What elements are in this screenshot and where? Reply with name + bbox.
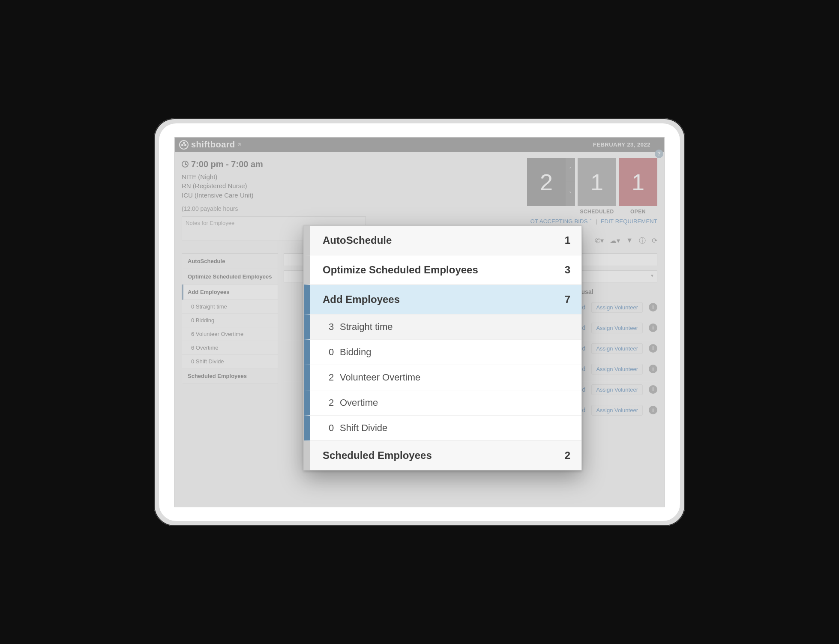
category-popover: AutoSchedule1Optimize Scheduled Employee… [303, 225, 582, 470]
app-screen: shiftboard® FEBRUARY 23, 2022 ? 7:00 pm … [174, 137, 665, 507]
stepper-down-icon[interactable]: ˅ [566, 182, 575, 206]
sidebar-item-optimize[interactable]: Optimize Scheduled Employees [182, 269, 278, 285]
header-date: FEBRUARY 23, 2022 [593, 141, 650, 148]
accepting-bids-link[interactable]: OT ACCEPTING BIDS ˅ [530, 218, 593, 225]
sidebar-sub-0-label: 0 Straight time [191, 303, 227, 310]
assign-volunteer-button[interactable]: Assign Volunteer [591, 384, 643, 395]
brand-text: shiftboard [191, 140, 235, 150]
sidebar: AutoSchedule Optimize Scheduled Employee… [182, 253, 278, 418]
sidebar-auto-label: AutoSchedule [188, 258, 225, 264]
shift-line-3: ICU (Intensive Care Unit) [182, 191, 366, 200]
counter-required: 2 ˄ ˅ [527, 158, 575, 206]
counter-required-value: 2 [540, 169, 553, 195]
brand: shiftboard® [179, 140, 241, 150]
sidebar-item-scheduled-employees[interactable]: Scheduled Employees [182, 368, 278, 384]
popover-sub-count: 2 [329, 397, 336, 408]
shift-line-2: RN (Registered Nurse) [182, 181, 366, 191]
counter-open-value: 1 [632, 169, 644, 195]
popover-row-label: AutoSchedule [323, 234, 392, 246]
cloud-icon[interactable]: ☁▾ [610, 237, 620, 246]
row-info-icon[interactable]: i [649, 344, 657, 353]
popover-row-autoschedule[interactable]: AutoSchedule1 [304, 226, 581, 255]
sidebar-sub-4-label: 0 Shift Divide [191, 358, 224, 365]
row-info-icon[interactable]: i [649, 385, 657, 394]
sidebar-item-add-employees[interactable]: Add Employees [182, 285, 278, 300]
edit-requirement-link[interactable]: EDIT REQUIREMENT [601, 218, 657, 225]
assign-volunteer-button[interactable]: Assign Volunteer [591, 302, 643, 313]
sidebar-optimize-label: Optimize Scheduled Employees [188, 273, 272, 280]
sidebar-sched-label: Scheduled Employees [188, 373, 247, 379]
popover-sub-overtime[interactable]: 2Overtime [304, 390, 581, 415]
row-info-icon[interactable]: i [649, 406, 657, 414]
popover-row-label: Add Employees [323, 294, 400, 306]
required-stepper: ˄ ˅ [566, 158, 575, 206]
popover-row-label: Optimize Scheduled Employees [323, 264, 478, 276]
topbar: shiftboard® FEBRUARY 23, 2022 ? [175, 138, 664, 152]
assign-volunteer-button[interactable]: Assign Volunteer [591, 405, 643, 416]
assign-volunteer-button[interactable]: Assign Volunteer [591, 343, 643, 354]
refresh-icon[interactable]: ⟳ [652, 237, 657, 246]
sidebar-sub-shift-divide[interactable]: 0 Shift Divide [182, 355, 278, 368]
row-info-icon[interactable]: i [649, 303, 657, 312]
popover-row-optimize-scheduled-employees[interactable]: Optimize Scheduled Employees3 [304, 255, 581, 285]
counter-scheduled: 1 SCHEDULED [578, 158, 616, 215]
popover-row-count: 7 [565, 294, 570, 306]
assign-volunteer-button[interactable]: Assign Volunteer [591, 323, 643, 333]
sidebar-add-label: Add Employees [188, 289, 230, 295]
refusal-heading: Refusal [572, 288, 657, 295]
sidebar-sub-1-label: 0 Bidding [191, 317, 214, 323]
row-info-icon[interactable]: i [649, 323, 657, 332]
popover-sub-label: Shift Divide [340, 422, 387, 434]
popover-row-add-employees[interactable]: Add Employees7 [304, 285, 581, 314]
counter-scheduled-label: SCHEDULED [578, 209, 616, 215]
header-links: OT ACCEPTING BIDS ˅ | EDIT REQUIREMENT [527, 218, 657, 225]
popover-row-scheduled-employees[interactable]: Scheduled Employees2 [304, 440, 581, 470]
popover-sub-label: Straight time [340, 321, 393, 332]
link-separator: | [596, 218, 597, 225]
popover-sub-bidding[interactable]: 0Bidding [304, 339, 581, 365]
sidebar-sub-overtime[interactable]: 6 Overtime [182, 341, 278, 355]
counter-scheduled-tile: 1 [578, 158, 616, 206]
payable-hours: (12.00 payable hours [182, 204, 366, 213]
sidebar-item-autoschedule[interactable]: AutoSchedule [182, 254, 278, 269]
popover-row-count: 1 [565, 234, 570, 246]
popover-row-count: 3 [565, 264, 570, 276]
counter-required-tile: 2 [527, 158, 566, 206]
shift-time-text: 7:00 pm - 7:00 am [191, 158, 263, 171]
popover-row-count: 2 [565, 449, 570, 461]
phone-icon[interactable]: ✆▾ [595, 237, 604, 246]
brand-reg-mark: ® [238, 142, 241, 147]
filter-icon[interactable]: ▼ [626, 237, 633, 246]
counter-open: 1 OPEN [619, 158, 657, 215]
popover-sub-count: 0 [329, 422, 336, 434]
shift-line-1: NITE (Night) [182, 172, 366, 182]
sidebar-sub-2-label: 6 Volunteer Overtime [191, 331, 243, 337]
sidebar-sub-straight-time[interactable]: 0 Straight time [182, 300, 278, 314]
popover-sub-label: Overtime [340, 397, 378, 408]
sidebar-sub-3-label: 6 Overtime [191, 344, 219, 351]
popover-sub-count: 0 [329, 347, 336, 358]
sidebar-sub-volunteer-overtime[interactable]: 6 Volunteer Overtime [182, 327, 278, 341]
stepper-up-icon[interactable]: ˄ [566, 158, 575, 182]
counter-open-label: OPEN [619, 209, 657, 215]
popover-sub-label: Bidding [340, 347, 371, 358]
row-info-icon[interactable]: i [649, 365, 657, 373]
sidebar-sub-bidding[interactable]: 0 Bidding [182, 314, 278, 327]
info-icon[interactable]: ⓘ [639, 237, 646, 246]
tablet-frame: shiftboard® FEBRUARY 23, 2022 ? 7:00 pm … [154, 118, 685, 526]
popover-sub-shift-divide[interactable]: 0Shift Divide [304, 415, 581, 440]
popover-row-label: Scheduled Employees [323, 449, 432, 461]
counter-scheduled-value: 1 [590, 169, 603, 195]
notes-placeholder: Notes for Employee [186, 220, 234, 226]
popover-sub-count: 2 [329, 372, 336, 383]
popover-sub-count: 3 [329, 321, 336, 332]
counter-open-tile: 1 [619, 158, 657, 206]
popover-sub-label: Volunteer Overtime [340, 372, 420, 383]
shift-time: 7:00 pm - 7:00 am [182, 158, 366, 171]
brand-logo-icon [179, 140, 189, 150]
popover-sub-straight-time[interactable]: 3Straight time [304, 314, 581, 339]
clock-icon [182, 161, 189, 168]
tablet-bezel: shiftboard® FEBRUARY 23, 2022 ? 7:00 pm … [159, 123, 680, 521]
popover-sub-volunteer-overtime[interactable]: 2Volunteer Overtime [304, 365, 581, 390]
assign-volunteer-button[interactable]: Assign Volunteer [591, 364, 643, 374]
